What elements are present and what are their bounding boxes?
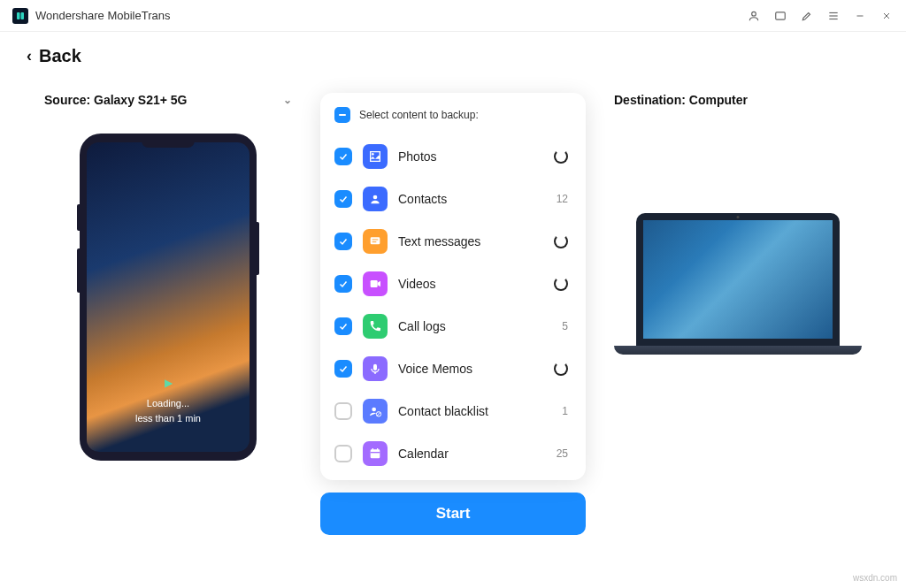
titlebar: Wondershare MobileTrans (0, 0, 906, 32)
svg-point-11 (373, 195, 378, 200)
source-column: Source: Galaxy S21+ 5G ⌄ ▶ Loading... le… (44, 93, 292, 535)
watermark: wsxdn.com (853, 573, 897, 583)
item-checkbox[interactable] (334, 360, 352, 378)
minimize-button[interactable] (853, 9, 867, 23)
user-icon[interactable] (747, 9, 761, 23)
svg-rect-16 (373, 364, 377, 370)
back-button[interactable]: ‹ Back (27, 46, 81, 66)
source-label: Source: Galaxy S21+ 5G (44, 93, 187, 107)
blacklist-icon (363, 399, 388, 424)
item-label: Contacts (398, 192, 546, 206)
source-phone-illustration: ▶ Loading... less than 1 min (80, 134, 257, 461)
destination-laptop-illustration (614, 213, 862, 355)
item-label: Photos (398, 149, 543, 164)
content-item: Voice Memos (334, 347, 573, 390)
content-list[interactable]: PhotosContacts12Text messagesVideosCall … (334, 135, 577, 471)
message-icon[interactable] (773, 9, 787, 23)
loading-spinner-icon (554, 277, 568, 291)
titlebar-controls (747, 9, 894, 23)
item-checkbox[interactable] (334, 402, 352, 420)
item-label: Contact blacklist (398, 404, 551, 418)
loading-spinner-icon (554, 149, 568, 164)
svg-point-18 (372, 408, 376, 412)
voice-icon (363, 356, 388, 381)
close-button[interactable] (879, 9, 894, 23)
edit-icon[interactable] (800, 9, 814, 23)
item-checkbox[interactable] (334, 148, 352, 165)
content-item: Contacts12 (334, 178, 573, 220)
calllogs-icon (363, 314, 388, 339)
start-button[interactable]: Start (320, 493, 586, 535)
menu-icon[interactable] (826, 9, 841, 23)
panel-header-text: Select content to backup: (359, 109, 479, 121)
destination-label: Destination: Computer (614, 93, 862, 107)
content-item: Videos (334, 263, 573, 305)
loading-status: Loading... less than 1 min (135, 396, 201, 425)
contacts-icon (363, 187, 388, 211)
svg-rect-21 (371, 449, 380, 458)
svg-rect-15 (371, 280, 378, 287)
svg-rect-0 (17, 12, 20, 19)
item-checkbox[interactable] (334, 445, 352, 462)
back-label: Back (39, 46, 81, 66)
photos-icon (363, 144, 388, 169)
calendar-icon (363, 441, 388, 466)
item-count: 12 (557, 193, 568, 205)
svg-point-10 (372, 153, 374, 156)
svg-line-20 (377, 412, 380, 416)
item-checkbox[interactable] (334, 275, 352, 293)
item-label: Voice Memos (398, 362, 543, 376)
content-item: Calendar25 (334, 432, 573, 471)
svg-rect-12 (371, 237, 380, 244)
svg-point-2 (752, 11, 756, 16)
app-logo (12, 8, 28, 24)
item-count: 1 (562, 405, 568, 417)
item-label: Text messages (398, 234, 543, 248)
content-item: Photos (334, 135, 573, 178)
content-item: Contact blacklist1 (334, 390, 573, 432)
chevron-down-icon: ⌄ (283, 94, 292, 106)
item-checkbox[interactable] (334, 233, 352, 250)
content-panel: Select content to backup: PhotosContacts… (320, 93, 586, 480)
item-count: 5 (562, 320, 568, 332)
item-checkbox[interactable] (334, 190, 352, 208)
play-icon: ▶ (165, 377, 173, 389)
messages-icon (363, 229, 388, 254)
select-all-checkbox[interactable] (334, 107, 350, 123)
loading-spinner-icon (554, 362, 568, 376)
source-selector[interactable]: Source: Galaxy S21+ 5G ⌄ (44, 93, 292, 107)
item-count: 25 (557, 447, 568, 460)
loading-spinner-icon (554, 234, 568, 248)
videos-icon (363, 271, 388, 296)
app-title: Wondershare MobileTrans (35, 9, 170, 22)
svg-rect-3 (776, 11, 786, 19)
content-item: Call logs5 (334, 305, 573, 347)
item-label: Videos (398, 277, 543, 291)
item-label: Calendar (398, 447, 546, 461)
item-label: Call logs (398, 319, 551, 333)
content-item: Text messages (334, 220, 573, 263)
chevron-left-icon: ‹ (27, 47, 32, 65)
svg-rect-1 (21, 12, 25, 19)
item-checkbox[interactable] (334, 317, 352, 335)
destination-column: Destination: Computer (614, 93, 862, 535)
